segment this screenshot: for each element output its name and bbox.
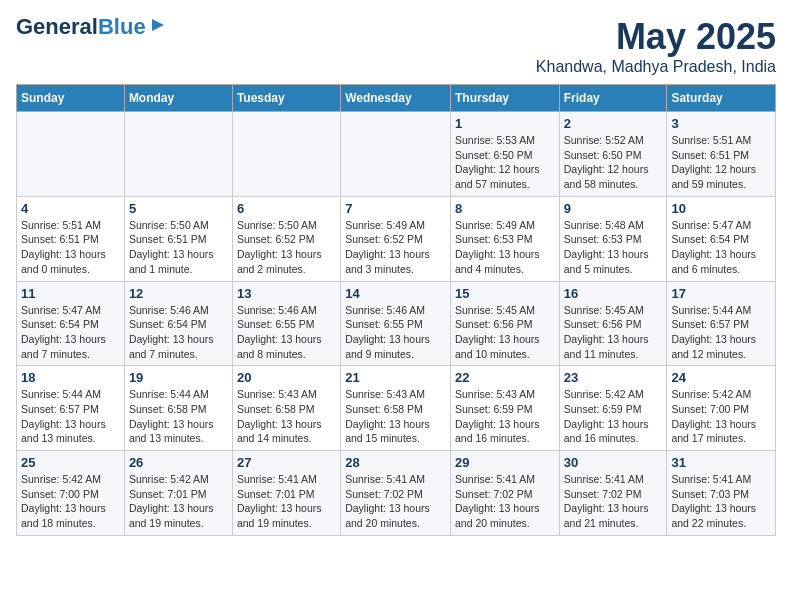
logo: GeneralBlue bbox=[16, 16, 168, 38]
logo-text: GeneralBlue bbox=[16, 16, 146, 38]
day-info: Sunrise: 5:43 AMSunset: 6:58 PMDaylight:… bbox=[345, 387, 446, 446]
calendar-cell: 28Sunrise: 5:41 AMSunset: 7:02 PMDayligh… bbox=[341, 451, 451, 536]
calendar-cell: 26Sunrise: 5:42 AMSunset: 7:01 PMDayligh… bbox=[124, 451, 232, 536]
day-number: 26 bbox=[129, 455, 228, 470]
day-number: 31 bbox=[671, 455, 771, 470]
calendar-week-row: 1Sunrise: 5:53 AMSunset: 6:50 PMDaylight… bbox=[17, 112, 776, 197]
header-monday: Monday bbox=[124, 85, 232, 112]
weekday-header-row: Sunday Monday Tuesday Wednesday Thursday… bbox=[17, 85, 776, 112]
day-info: Sunrise: 5:41 AMSunset: 7:02 PMDaylight:… bbox=[564, 472, 663, 531]
calendar-cell: 22Sunrise: 5:43 AMSunset: 6:59 PMDayligh… bbox=[450, 366, 559, 451]
day-info: Sunrise: 5:44 AMSunset: 6:57 PMDaylight:… bbox=[671, 303, 771, 362]
day-info: Sunrise: 5:49 AMSunset: 6:53 PMDaylight:… bbox=[455, 218, 555, 277]
day-number: 25 bbox=[21, 455, 120, 470]
calendar-week-row: 4Sunrise: 5:51 AMSunset: 6:51 PMDaylight… bbox=[17, 196, 776, 281]
calendar-cell bbox=[232, 112, 340, 197]
day-number: 27 bbox=[237, 455, 336, 470]
calendar-title: May 2025 bbox=[536, 16, 776, 58]
day-number: 29 bbox=[455, 455, 555, 470]
day-number: 9 bbox=[564, 201, 663, 216]
calendar-week-row: 25Sunrise: 5:42 AMSunset: 7:00 PMDayligh… bbox=[17, 451, 776, 536]
day-info: Sunrise: 5:44 AMSunset: 6:58 PMDaylight:… bbox=[129, 387, 228, 446]
header-sunday: Sunday bbox=[17, 85, 125, 112]
calendar-cell: 20Sunrise: 5:43 AMSunset: 6:58 PMDayligh… bbox=[232, 366, 340, 451]
day-number: 17 bbox=[671, 286, 771, 301]
calendar-week-row: 11Sunrise: 5:47 AMSunset: 6:54 PMDayligh… bbox=[17, 281, 776, 366]
calendar-cell: 6Sunrise: 5:50 AMSunset: 6:52 PMDaylight… bbox=[232, 196, 340, 281]
day-number: 3 bbox=[671, 116, 771, 131]
day-info: Sunrise: 5:44 AMSunset: 6:57 PMDaylight:… bbox=[21, 387, 120, 446]
header-tuesday: Tuesday bbox=[232, 85, 340, 112]
day-info: Sunrise: 5:53 AMSunset: 6:50 PMDaylight:… bbox=[455, 133, 555, 192]
day-number: 1 bbox=[455, 116, 555, 131]
day-number: 20 bbox=[237, 370, 336, 385]
calendar-cell: 25Sunrise: 5:42 AMSunset: 7:00 PMDayligh… bbox=[17, 451, 125, 536]
day-number: 10 bbox=[671, 201, 771, 216]
day-info: Sunrise: 5:41 AMSunset: 7:01 PMDaylight:… bbox=[237, 472, 336, 531]
calendar-cell: 27Sunrise: 5:41 AMSunset: 7:01 PMDayligh… bbox=[232, 451, 340, 536]
calendar-cell: 10Sunrise: 5:47 AMSunset: 6:54 PMDayligh… bbox=[667, 196, 776, 281]
calendar-cell bbox=[17, 112, 125, 197]
day-number: 15 bbox=[455, 286, 555, 301]
day-info: Sunrise: 5:42 AMSunset: 7:00 PMDaylight:… bbox=[671, 387, 771, 446]
day-number: 14 bbox=[345, 286, 446, 301]
day-info: Sunrise: 5:47 AMSunset: 6:54 PMDaylight:… bbox=[21, 303, 120, 362]
day-number: 11 bbox=[21, 286, 120, 301]
day-number: 16 bbox=[564, 286, 663, 301]
header-saturday: Saturday bbox=[667, 85, 776, 112]
day-info: Sunrise: 5:41 AMSunset: 7:03 PMDaylight:… bbox=[671, 472, 771, 531]
calendar-cell: 29Sunrise: 5:41 AMSunset: 7:02 PMDayligh… bbox=[450, 451, 559, 536]
day-number: 19 bbox=[129, 370, 228, 385]
day-info: Sunrise: 5:51 AMSunset: 6:51 PMDaylight:… bbox=[671, 133, 771, 192]
calendar-cell: 2Sunrise: 5:52 AMSunset: 6:50 PMDaylight… bbox=[559, 112, 667, 197]
day-info: Sunrise: 5:50 AMSunset: 6:51 PMDaylight:… bbox=[129, 218, 228, 277]
day-info: Sunrise: 5:43 AMSunset: 6:58 PMDaylight:… bbox=[237, 387, 336, 446]
calendar-cell: 13Sunrise: 5:46 AMSunset: 6:55 PMDayligh… bbox=[232, 281, 340, 366]
calendar-week-row: 18Sunrise: 5:44 AMSunset: 6:57 PMDayligh… bbox=[17, 366, 776, 451]
calendar-cell: 5Sunrise: 5:50 AMSunset: 6:51 PMDaylight… bbox=[124, 196, 232, 281]
day-number: 21 bbox=[345, 370, 446, 385]
calendar-cell: 21Sunrise: 5:43 AMSunset: 6:58 PMDayligh… bbox=[341, 366, 451, 451]
calendar-cell: 16Sunrise: 5:45 AMSunset: 6:56 PMDayligh… bbox=[559, 281, 667, 366]
calendar-subtitle: Khandwa, Madhya Pradesh, India bbox=[536, 58, 776, 76]
calendar-cell: 4Sunrise: 5:51 AMSunset: 6:51 PMDaylight… bbox=[17, 196, 125, 281]
day-number: 23 bbox=[564, 370, 663, 385]
day-number: 4 bbox=[21, 201, 120, 216]
day-info: Sunrise: 5:49 AMSunset: 6:52 PMDaylight:… bbox=[345, 218, 446, 277]
calendar-cell: 12Sunrise: 5:46 AMSunset: 6:54 PMDayligh… bbox=[124, 281, 232, 366]
day-number: 28 bbox=[345, 455, 446, 470]
header-friday: Friday bbox=[559, 85, 667, 112]
calendar-cell: 18Sunrise: 5:44 AMSunset: 6:57 PMDayligh… bbox=[17, 366, 125, 451]
calendar-cell bbox=[124, 112, 232, 197]
day-number: 12 bbox=[129, 286, 228, 301]
day-info: Sunrise: 5:45 AMSunset: 6:56 PMDaylight:… bbox=[455, 303, 555, 362]
day-number: 5 bbox=[129, 201, 228, 216]
day-info: Sunrise: 5:42 AMSunset: 7:01 PMDaylight:… bbox=[129, 472, 228, 531]
calendar-table: Sunday Monday Tuesday Wednesday Thursday… bbox=[16, 84, 776, 536]
day-info: Sunrise: 5:50 AMSunset: 6:52 PMDaylight:… bbox=[237, 218, 336, 277]
calendar-cell: 7Sunrise: 5:49 AMSunset: 6:52 PMDaylight… bbox=[341, 196, 451, 281]
svg-marker-0 bbox=[152, 19, 164, 31]
calendar-cell bbox=[341, 112, 451, 197]
calendar-cell: 15Sunrise: 5:45 AMSunset: 6:56 PMDayligh… bbox=[450, 281, 559, 366]
page-header: GeneralBlue May 2025 Khandwa, Madhya Pra… bbox=[16, 16, 776, 76]
calendar-cell: 11Sunrise: 5:47 AMSunset: 6:54 PMDayligh… bbox=[17, 281, 125, 366]
day-number: 24 bbox=[671, 370, 771, 385]
day-info: Sunrise: 5:41 AMSunset: 7:02 PMDaylight:… bbox=[455, 472, 555, 531]
day-info: Sunrise: 5:42 AMSunset: 6:59 PMDaylight:… bbox=[564, 387, 663, 446]
day-info: Sunrise: 5:46 AMSunset: 6:55 PMDaylight:… bbox=[345, 303, 446, 362]
day-info: Sunrise: 5:42 AMSunset: 7:00 PMDaylight:… bbox=[21, 472, 120, 531]
day-info: Sunrise: 5:45 AMSunset: 6:56 PMDaylight:… bbox=[564, 303, 663, 362]
day-number: 2 bbox=[564, 116, 663, 131]
day-info: Sunrise: 5:47 AMSunset: 6:54 PMDaylight:… bbox=[671, 218, 771, 277]
day-info: Sunrise: 5:51 AMSunset: 6:51 PMDaylight:… bbox=[21, 218, 120, 277]
day-number: 18 bbox=[21, 370, 120, 385]
day-info: Sunrise: 5:46 AMSunset: 6:55 PMDaylight:… bbox=[237, 303, 336, 362]
day-info: Sunrise: 5:52 AMSunset: 6:50 PMDaylight:… bbox=[564, 133, 663, 192]
calendar-cell: 19Sunrise: 5:44 AMSunset: 6:58 PMDayligh… bbox=[124, 366, 232, 451]
calendar-cell: 14Sunrise: 5:46 AMSunset: 6:55 PMDayligh… bbox=[341, 281, 451, 366]
day-info: Sunrise: 5:43 AMSunset: 6:59 PMDaylight:… bbox=[455, 387, 555, 446]
day-number: 22 bbox=[455, 370, 555, 385]
day-number: 7 bbox=[345, 201, 446, 216]
day-info: Sunrise: 5:46 AMSunset: 6:54 PMDaylight:… bbox=[129, 303, 228, 362]
